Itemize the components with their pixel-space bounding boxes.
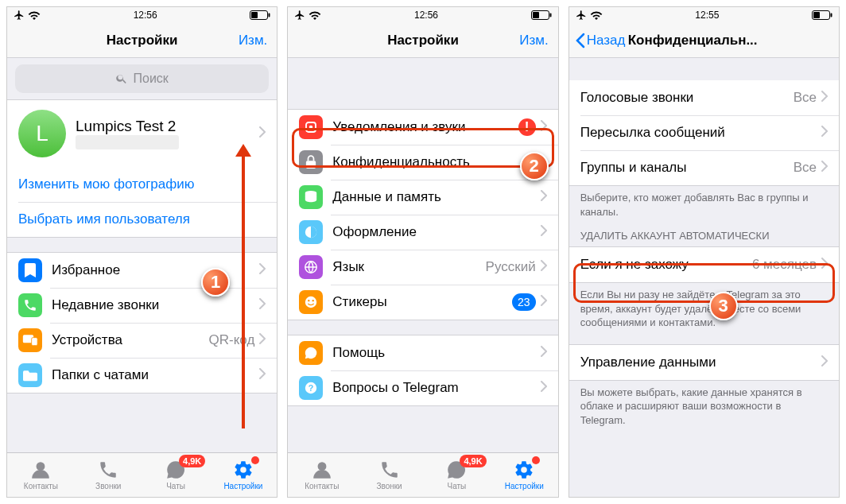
appearance-icon	[299, 220, 323, 244]
svg-rect-23	[813, 12, 820, 18]
screen-privacy: 12:55 Назад Конфиденциальн... Голосовые …	[569, 6, 840, 498]
chevron-right-icon	[541, 294, 547, 310]
alert-badge: !	[518, 118, 536, 136]
data-footer: Вы можете выбрать, какие данные хранятся…	[569, 381, 839, 428]
chevron-right-icon	[259, 297, 266, 313]
notifications-cell[interactable]: Уведомления и звуки !	[288, 110, 557, 145]
search-placeholder: Поиск	[133, 72, 168, 86]
battery-icon	[812, 10, 832, 20]
if-away-cell[interactable]: Если я не захожу 6 месяцев	[569, 247, 839, 282]
phone-icon	[378, 459, 401, 480]
voice-calls-cell[interactable]: Голосовые звонки Все	[569, 80, 839, 115]
tab-calls[interactable]: Звонки	[355, 453, 423, 497]
chevron-right-icon	[541, 224, 547, 240]
airplane-icon	[576, 10, 587, 21]
nav-title: Настройки	[387, 33, 459, 48]
svg-rect-2	[269, 14, 270, 17]
recent-calls-cell[interactable]: Недавние звонки	[7, 288, 277, 323]
svg-rect-24	[830, 14, 832, 17]
gear-icon	[513, 459, 535, 480]
svg-rect-12	[306, 161, 316, 169]
devices-cell[interactable]: Устройства QR-код	[7, 323, 277, 358]
svg-rect-9	[549, 14, 551, 17]
lock-icon	[299, 150, 323, 174]
chevron-left-icon	[576, 33, 585, 48]
tab-chats[interactable]: 4,9K Чаты	[142, 453, 210, 497]
chats-badge: 4,9K	[179, 455, 205, 467]
contact-icon	[311, 459, 333, 480]
airplane-icon	[294, 10, 305, 21]
help-cell[interactable]: Помощь	[288, 335, 557, 370]
chevron-right-icon	[259, 332, 266, 348]
tab-contacts[interactable]: Контакты	[288, 453, 355, 497]
chevron-right-icon	[541, 345, 547, 361]
phone-icon	[97, 459, 119, 480]
tab-settings[interactable]: Настройки	[491, 453, 558, 497]
appearance-cell[interactable]: Оформление	[288, 215, 557, 250]
chevron-right-icon	[259, 126, 266, 141]
contact-icon	[29, 459, 52, 480]
stickers-cell[interactable]: Стикеры 23	[288, 285, 557, 320]
chevron-right-icon	[821, 257, 828, 273]
svg-rect-8	[533, 12, 539, 18]
wifi-icon	[28, 10, 41, 20]
chevron-right-icon	[541, 380, 547, 396]
choose-username-link[interactable]: Выбрать имя пользователя	[7, 202, 277, 237]
back-button[interactable]: Назад	[576, 33, 626, 48]
chevron-right-icon	[821, 125, 828, 141]
svg-point-18	[312, 300, 314, 301]
folder-icon	[18, 363, 42, 387]
nav-bar: Назад Конфиденциальн...	[569, 23, 839, 58]
svg-text:?: ?	[309, 383, 314, 393]
svg-point-5	[37, 462, 45, 471]
nav-bar: Настройки Изм.	[288, 23, 557, 58]
chevron-right-icon	[821, 160, 828, 176]
language-cell[interactable]: Язык Русский	[288, 250, 557, 285]
bookmark-icon	[18, 258, 42, 282]
chevron-right-icon	[259, 367, 266, 383]
privacy-cell[interactable]: Конфиденциальность	[288, 145, 557, 180]
profile-cell[interactable]: L Lumpics Test 2	[7, 100, 277, 167]
tab-settings[interactable]: Настройки	[209, 453, 277, 497]
data-storage-cell[interactable]: Данные и память	[288, 180, 557, 215]
status-time: 12:56	[134, 10, 157, 21]
nav-title: Настройки	[107, 33, 178, 48]
edit-button[interactable]: Изм.	[239, 33, 267, 48]
tab-contacts[interactable]: Контакты	[7, 453, 75, 497]
nav-bar: Настройки Изм.	[7, 23, 277, 58]
question-icon: ?	[299, 376, 323, 400]
help-icon	[299, 341, 323, 365]
alert-dot	[251, 456, 259, 464]
search-field[interactable]: Поиск	[15, 64, 269, 93]
groups-cell[interactable]: Группы и каналы Все	[569, 150, 839, 185]
gear-icon	[232, 459, 254, 480]
chat-folders-cell[interactable]: Папки с чатами	[7, 358, 277, 393]
phone-icon	[18, 293, 42, 317]
chats-badge: 4,9K	[460, 455, 486, 467]
status-bar: 12:56	[288, 7, 557, 23]
chevron-right-icon	[821, 355, 828, 370]
nav-title: Конфиденциальн...	[628, 33, 758, 48]
screen-settings-list: 12:56 Настройки Изм. Уведомления и звуки…	[287, 6, 558, 498]
tab-bar: Контакты Звонки 4,9K Чаты Настройки	[7, 452, 277, 497]
data-management-cell[interactable]: Управление данными	[569, 345, 839, 380]
svg-rect-1	[251, 12, 258, 18]
wifi-icon	[309, 10, 321, 20]
tab-calls[interactable]: Звонки	[75, 453, 142, 497]
status-bar: 12:56	[7, 7, 277, 23]
bell-icon	[299, 115, 323, 139]
alert-dot	[532, 456, 540, 464]
screen-settings-root: 12:56 Настройки Изм. Поиск L Lumpics Tes…	[6, 6, 277, 498]
avatar: L	[18, 110, 66, 157]
faq-cell[interactable]: ? Вопросы о Telegram	[288, 370, 557, 405]
chevron-right-icon	[541, 189, 547, 205]
devices-detail: QR-код	[209, 332, 255, 348]
edit-button[interactable]: Изм.	[519, 33, 548, 48]
forwarding-cell[interactable]: Пересылка сообщений	[569, 115, 839, 150]
favorites-cell[interactable]: Избранное	[7, 253, 277, 288]
change-photo-link[interactable]: Изменить мою фотографию	[7, 167, 277, 202]
status-time: 12:55	[695, 10, 719, 21]
tab-chats[interactable]: 4,9KЧаты	[423, 453, 491, 497]
step-1-badge: 1	[201, 268, 230, 297]
delete-header: УДАЛИТЬ АККАУНТ АВТОМАТИЧЕСКИ	[569, 219, 839, 246]
